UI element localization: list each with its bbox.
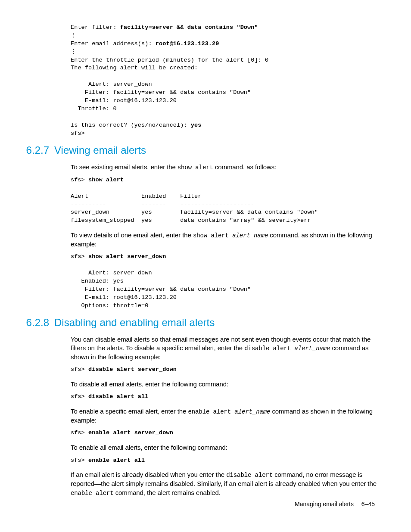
footer-page-number: 6–45: [361, 501, 375, 507]
code-block-disable-alert: sfs> disable alert server_down: [71, 366, 381, 374]
paragraph: You can disable email alerts so that ema…: [71, 335, 381, 361]
section-heading-627: 6.2.7 Viewing email alerts: [30, 143, 381, 157]
paragraph: To enable a specific email alert, enter …: [71, 407, 381, 425]
paragraph: To enable all email alerts, enter the fo…: [71, 443, 381, 452]
code-block-enable-alert: sfs> enable alert server_down: [71, 429, 381, 437]
section-number: 6.2.8: [14, 316, 54, 330]
code-block-create-alert: Enter filter: facility=server && data co…: [71, 24, 381, 137]
code-block-show-alert: sfs> show alert Alert Enabled Filter ---…: [71, 176, 381, 225]
page-footer: Managing email alerts 6–45: [295, 500, 381, 508]
paragraph: To see existing email alerts, enter the …: [71, 163, 381, 172]
paragraph: To disable all email alerts, enter the f…: [71, 380, 381, 389]
page-content: Enter filter: facility=server && data co…: [0, 0, 411, 497]
section-title: Viewing email alerts: [54, 143, 381, 157]
code-block-show-alert-detail: sfs> show alert server_down Alert: serve…: [71, 253, 381, 310]
section-heading-628: 6.2.8 Disabling and enabling email alert…: [30, 316, 381, 330]
section-number: 6.2.7: [14, 143, 54, 157]
code-block-disable-all: sfs> disable alert all: [71, 393, 381, 401]
paragraph: If an email alert is already disabled wh…: [71, 470, 381, 497]
paragraph: To view details of one email alert, ente…: [71, 231, 381, 249]
code-block-enable-all: sfs> enable alert all: [71, 457, 381, 465]
section-title: Disabling and enabling email alerts: [54, 316, 381, 330]
footer-section-title: Managing email alerts: [295, 501, 354, 507]
